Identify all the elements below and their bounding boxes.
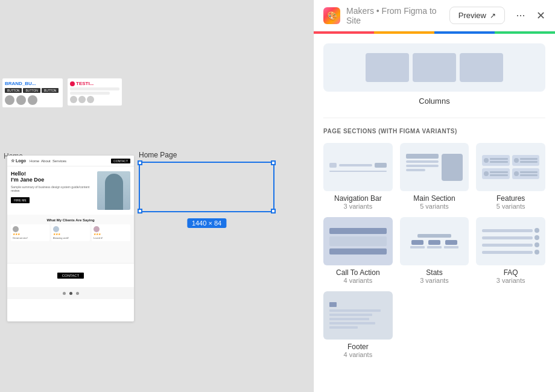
preview-hero-img bbox=[97, 171, 130, 210]
test-avatar-3 bbox=[94, 226, 100, 232]
stats-row bbox=[406, 240, 463, 248]
section-card-footer[interactable]: Footer 4 variants bbox=[323, 291, 393, 358]
close-button[interactable]: ✕ bbox=[536, 9, 545, 22]
faq-item-1 bbox=[482, 228, 539, 233]
faq-item-4 bbox=[482, 250, 539, 254]
testi-card: TESTI... bbox=[68, 78, 122, 106]
stats-thumb bbox=[400, 217, 469, 265]
feat-line-1a bbox=[490, 158, 507, 160]
footer-line-4 bbox=[329, 322, 375, 324]
brand-card: BRAND_BU... BUTTON BUTTON BUTTON bbox=[2, 78, 63, 107]
faq-name: FAQ bbox=[476, 268, 545, 277]
test-card-3: ★★★ Loved it! bbox=[92, 224, 130, 241]
preview-hero-sub: Sample summary of business design system… bbox=[11, 185, 94, 193]
btn-2: BUTTON bbox=[23, 88, 40, 93]
testi-icon bbox=[70, 81, 75, 86]
footer-lines bbox=[329, 309, 387, 329]
more-button[interactable]: ··· bbox=[511, 6, 530, 25]
test-card-1: ★★★ Great service! bbox=[11, 224, 49, 241]
faq-line-1 bbox=[482, 229, 533, 232]
faq-line-4 bbox=[482, 251, 533, 254]
feat-lines-3 bbox=[490, 171, 507, 176]
avatar-2 bbox=[16, 95, 26, 105]
section-card-faq[interactable]: FAQ 3 variants bbox=[476, 217, 545, 284]
person-img bbox=[97, 171, 130, 210]
preview-hero-title: Hello!I'm Jane Doe bbox=[11, 171, 94, 183]
stat-3 bbox=[444, 240, 458, 248]
test-stars-1: ★★★ bbox=[13, 232, 48, 236]
feat-icon-4 bbox=[514, 171, 519, 176]
faq-item-3 bbox=[482, 242, 539, 247]
preview-testimonials: What My Clients Are Saying ★★★ Great ser… bbox=[7, 215, 134, 263]
testi-av-2 bbox=[78, 96, 86, 103]
feat-line-4b bbox=[520, 174, 538, 176]
cta-thumb bbox=[323, 217, 393, 265]
preview-logo: ☆ Logo bbox=[11, 159, 26, 163]
test-avatar-1 bbox=[13, 226, 19, 232]
preview-nav: ☆ Logo Home About Services CONTACT bbox=[7, 156, 134, 166]
stat-lbl-1 bbox=[410, 246, 425, 248]
testi-avatar-row bbox=[70, 96, 119, 103]
thumb-title-line bbox=[406, 154, 439, 159]
preview-hero-btn: HIRE ME bbox=[11, 197, 30, 203]
panel-content: Columns PAGE SECTIONS (WITH FIGMA VARIAN… bbox=[314, 34, 555, 392]
handle-br[interactable] bbox=[271, 209, 276, 213]
section-card-features[interactable]: Features 5 variants bbox=[476, 143, 545, 210]
preview-label: Preview bbox=[458, 11, 486, 20]
faq-plus-3 bbox=[534, 242, 539, 247]
footer-thumb bbox=[323, 291, 393, 340]
section-card-navbar[interactable]: Navigation Bar 3 variants bbox=[323, 143, 393, 210]
home-page-frame: Home Page 1440 × 84 bbox=[139, 151, 274, 212]
thumb-logo bbox=[329, 163, 337, 168]
more-icon: ··· bbox=[516, 9, 525, 22]
thumb-navbar bbox=[329, 163, 387, 172]
thumb-nav-cta bbox=[375, 163, 387, 168]
cta-name: Call To Action bbox=[323, 268, 393, 277]
thumb-main bbox=[406, 154, 463, 181]
stat-num-1 bbox=[411, 240, 423, 245]
feat-icon-3 bbox=[484, 171, 489, 176]
thumb-sub-line-2 bbox=[406, 165, 439, 167]
section-card-main[interactable]: Main Section 5 variants bbox=[400, 143, 469, 210]
panel-header: 🎨 Makers • From Figma to Site Preview ↗ … bbox=[314, 0, 555, 31]
navbar-thumb bbox=[323, 143, 393, 191]
footer-line-3 bbox=[329, 318, 369, 320]
section-card-cta[interactable]: Call To Action 4 variants bbox=[323, 217, 393, 284]
test-card-2: ★★★ Amazing work! bbox=[51, 224, 90, 241]
col-box-3 bbox=[460, 53, 503, 82]
stat-1 bbox=[410, 240, 425, 248]
testi-av-1 bbox=[70, 96, 77, 103]
section-divider bbox=[323, 118, 545, 118]
handle-tr[interactable] bbox=[271, 160, 276, 165]
faq-plus-4 bbox=[534, 250, 539, 254]
preview-footer bbox=[7, 287, 134, 299]
navbar-name: Navigation Bar bbox=[323, 194, 393, 203]
thumb-sub-line-1 bbox=[406, 160, 439, 163]
testi-av-3 bbox=[87, 96, 94, 103]
cta-variants: 4 variants bbox=[323, 277, 393, 284]
handle-bl[interactable] bbox=[138, 209, 142, 213]
faq-variants: 3 variants bbox=[476, 277, 545, 284]
footer-line-2 bbox=[329, 314, 372, 316]
preview-button[interactable]: Preview ↗ bbox=[449, 7, 505, 24]
stats-name: Stats bbox=[400, 268, 469, 277]
cta-bar-top bbox=[329, 228, 387, 234]
test-stars-3: ★★★ bbox=[94, 232, 128, 236]
testi-line-2 bbox=[70, 92, 110, 95]
handle-tl[interactable] bbox=[138, 160, 142, 165]
testi-label: TESTI... bbox=[70, 81, 119, 86]
section-card-stats[interactable]: Stats 3 variants bbox=[400, 217, 469, 284]
selection-box[interactable]: 1440 × 84 bbox=[139, 162, 274, 212]
testi-line-1 bbox=[70, 87, 119, 90]
feat-line-3b bbox=[490, 174, 507, 176]
feat-1 bbox=[482, 155, 509, 166]
footer-name: Footer bbox=[323, 343, 393, 351]
feat-icon-1 bbox=[484, 158, 489, 163]
columns-preview bbox=[323, 43, 545, 92]
test-avatar-2 bbox=[53, 226, 59, 232]
panel-logo: 🎨 bbox=[323, 7, 340, 24]
faq-thumb bbox=[476, 217, 545, 265]
faq-line-3 bbox=[482, 244, 533, 247]
thumb-nav-top bbox=[329, 163, 387, 168]
stat-lbl-3 bbox=[444, 246, 458, 248]
